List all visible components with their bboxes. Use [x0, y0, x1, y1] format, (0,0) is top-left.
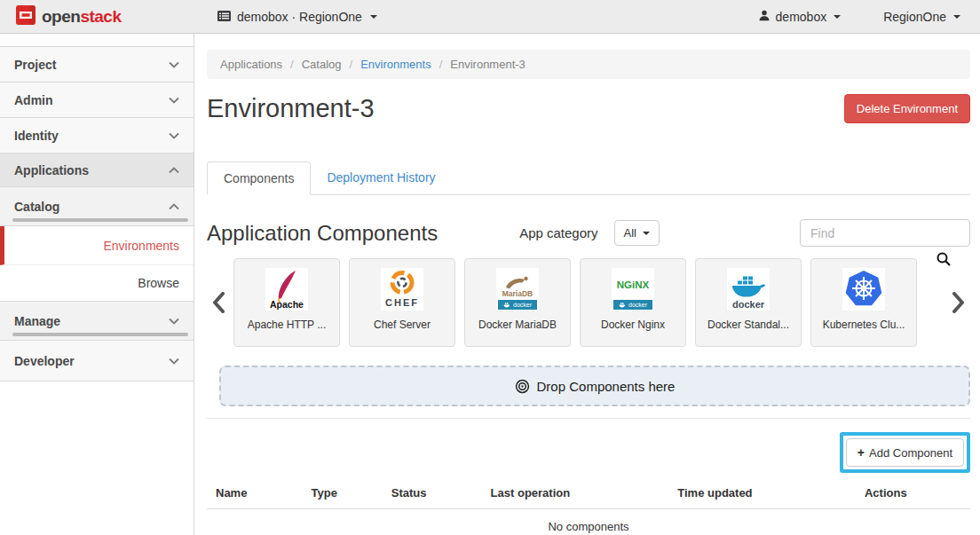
sidebar-item-developer[interactable]: Developer — [0, 341, 194, 382]
application-components-heading: Application Components — [207, 221, 438, 246]
component-card-label: Apache HTTP ... — [248, 319, 326, 331]
plus-icon: + — [858, 445, 865, 460]
tab-deployment-history[interactable]: Deployment History — [311, 161, 451, 194]
list-icon — [217, 10, 231, 24]
chevron-down-icon — [834, 15, 841, 19]
sidebar-item-applications[interactable]: Applications — [0, 153, 194, 187]
empty-table-row: No components — [207, 509, 970, 535]
component-card-apache[interactable]: Apache Apache HTTP ... — [233, 258, 340, 347]
sidebar-item-catalog[interactable]: Catalog — [0, 187, 194, 226]
delete-environment-button[interactable]: Delete Environment — [844, 94, 970, 123]
active-section-indicator — [12, 333, 188, 336]
column-header-name: Name — [207, 478, 303, 509]
apache-logo-text: Apache — [270, 299, 304, 310]
breadcrumb: Applications / Catalog / Environments / … — [207, 50, 970, 79]
add-component-button[interactable]: + Add Component — [846, 438, 964, 467]
region-menu-label: RegionOne — [883, 10, 946, 24]
apache-feather-logo-icon: Apache — [265, 268, 308, 311]
docker-strip-text: docker — [628, 302, 647, 308]
docker-logo-text: docker — [732, 299, 765, 310]
drop-components-zone[interactable]: Drop Components here — [219, 366, 970, 406]
component-card-docker-standalone[interactable]: docker Docker Standal... — [695, 258, 802, 347]
sidebar-item-label: Developer — [14, 354, 75, 368]
sidebar-item-label: Catalog — [14, 200, 59, 214]
chevron-down-icon — [643, 232, 650, 235]
kubernetes-logo-icon — [842, 268, 885, 311]
chevron-down-icon — [169, 61, 179, 68]
components-carousel: Apache Apache HTTP ... CHEF — [207, 258, 970, 347]
page-title: Environment-3 — [207, 94, 375, 123]
sidebar-item-manage[interactable]: Manage — [0, 302, 194, 341]
breadcrumb-applications: Applications — [220, 58, 282, 71]
sidebar-top-strip — [0, 34, 194, 47]
component-card-kubernetes[interactable]: Kubernetes Clu... — [810, 258, 917, 347]
chevron-up-icon — [169, 167, 179, 174]
app-category-dropdown[interactable]: All — [614, 220, 660, 246]
main-content: Applications / Catalog / Environments / … — [194, 34, 980, 535]
sidebar-item-label: Browse — [138, 276, 179, 290]
nginx-docker-logo-icon: NGiNX docker — [612, 268, 654, 311]
app-category-label: App category — [519, 225, 597, 240]
region-menu[interactable]: RegionOne — [883, 10, 960, 24]
active-section-indicator — [12, 218, 188, 222]
bullseye-icon — [515, 379, 530, 394]
carousel-next-button[interactable] — [947, 292, 970, 313]
sidebar-item-project[interactable]: Project — [0, 47, 194, 83]
sidebar-item-environments[interactable]: Environments — [0, 226, 194, 265]
nginx-logo-text: NGiNX — [617, 279, 650, 290]
topbar-right-menus: demobox RegionOne — [758, 9, 980, 25]
chevron-up-icon — [169, 203, 179, 210]
sidebar-item-label: Applications — [14, 163, 89, 177]
user-menu[interactable]: demobox — [758, 9, 842, 25]
docker-strip-text: docker — [513, 302, 532, 308]
find-input[interactable] — [800, 219, 970, 247]
column-header-last-operation: Last operation — [482, 478, 669, 509]
mariadb-logo-text: MariaDB — [502, 289, 533, 298]
sidebar-item-label: Project — [14, 58, 56, 72]
table-header-row: Name Type Status Last operation Time upd… — [207, 478, 970, 509]
component-card-label: Docker Standal... — [707, 319, 789, 331]
carousel-prev-button[interactable] — [207, 292, 230, 313]
component-card-chef[interactable]: CHEF Chef Server — [349, 258, 455, 347]
user-menu-label: demobox — [776, 10, 827, 24]
chevron-down-icon — [370, 15, 377, 19]
column-header-actions: Actions — [856, 478, 970, 509]
sidebar-item-admin[interactable]: Admin — [0, 83, 194, 118]
project-region-switcher[interactable]: demobox · RegionOne — [217, 10, 377, 24]
breadcrumb-separator: / — [439, 58, 443, 71]
top-navbar: openstack demobox · RegionOne — [0, 0, 980, 34]
component-card-docker-nginx[interactable]: NGiNX docker Docker Nginx — [580, 258, 686, 347]
context-switcher-label: demobox · RegionOne — [237, 10, 362, 24]
app-category-selected-value: All — [624, 226, 636, 240]
components-table: Name Type Status Last operation Time upd… — [207, 478, 970, 535]
component-card-label: Kubernetes Clu... — [823, 319, 905, 331]
breadcrumb-environments-link[interactable]: Environments — [360, 58, 431, 71]
breadcrumb-separator: / — [290, 58, 294, 71]
docker-strip-badge: docker — [613, 300, 652, 310]
sidebar-item-identity[interactable]: Identity — [0, 118, 194, 153]
user-icon — [758, 9, 771, 25]
openstack-logo-icon — [16, 5, 36, 28]
tab-components[interactable]: Components — [207, 161, 311, 195]
component-card-docker-mariadb[interactable]: MariaDB docker Docker MariaDB — [464, 258, 571, 347]
add-component-button-label: Add Component — [869, 446, 952, 460]
component-card-label: Docker Nginx — [601, 319, 665, 331]
search-icon[interactable] — [937, 252, 951, 270]
empty-table-message: No components — [207, 509, 970, 535]
docker-whale-logo-icon: docker — [727, 268, 770, 311]
column-header-time-updated: Time updated — [668, 478, 856, 509]
chevron-down-icon — [169, 318, 179, 325]
dropzone-label: Drop Components here — [537, 379, 676, 394]
chevron-down-icon — [953, 15, 960, 19]
add-component-highlight-ring: + Add Component — [840, 432, 970, 473]
breadcrumb-current: Environment-3 — [450, 58, 526, 71]
sidebar-item-browse[interactable]: Browse — [0, 265, 194, 302]
breadcrumb-separator: / — [350, 58, 353, 71]
chevron-down-icon — [169, 358, 179, 365]
sidebar-item-label: Identity — [14, 129, 59, 143]
component-card-label: Docker MariaDB — [478, 319, 557, 331]
section-divider — [207, 418, 970, 419]
chef-logo-icon: CHEF — [381, 268, 423, 311]
openstack-brand[interactable]: openstack — [0, 5, 207, 28]
docker-strip-badge: docker — [498, 300, 537, 310]
